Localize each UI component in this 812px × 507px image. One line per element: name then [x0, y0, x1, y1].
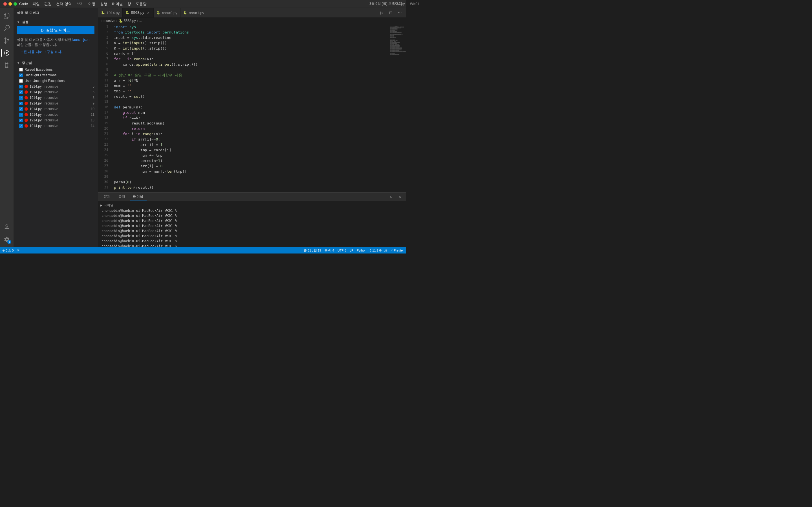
code-line-9[interactable]: [112, 67, 389, 72]
line-number-18: 18: [98, 115, 108, 121]
more-options-button[interactable]: ⋯: [87, 9, 94, 17]
code-line-20[interactable]: return: [112, 126, 389, 131]
status-sync[interactable]: ⟳: [17, 249, 19, 252]
code-line-23[interactable]: arr[i] = 1: [112, 142, 389, 147]
status-errors[interactable]: ⊘ 0 ⚠ 0: [2, 249, 13, 252]
activity-extensions[interactable]: [1, 60, 12, 71]
code-line-29[interactable]: [112, 174, 389, 179]
panel-close[interactable]: ×: [396, 193, 404, 201]
bp-file-checkbox[interactable]: [19, 124, 23, 128]
code-line-14[interactable]: result = set(): [112, 94, 389, 99]
code-line-3[interactable]: input = sys.stdin.readline: [112, 35, 389, 40]
code-area[interactable]: 1234567891011121314151617181920212223242…: [98, 24, 406, 192]
menu-edit[interactable]: 편집: [44, 1, 52, 6]
settings-badge: 1: [7, 240, 11, 244]
activity-explorer[interactable]: [1, 10, 12, 21]
close-button[interactable]: [3, 2, 7, 6]
code-line-24[interactable]: tmp = cards[i]: [112, 147, 389, 153]
bp-file-checkbox[interactable]: [19, 96, 23, 100]
code-line-22[interactable]: if arr[i]==0:: [112, 136, 389, 142]
menu-view[interactable]: 보기: [77, 1, 84, 6]
bp-user-uncaught-checkbox[interactable]: [19, 79, 23, 83]
minimize-button[interactable]: [8, 2, 12, 6]
code-line-27[interactable]: arr[i] = 0: [112, 163, 389, 169]
code-line-12[interactable]: num = '': [112, 83, 389, 89]
code-line-13[interactable]: tmp = '': [112, 89, 389, 94]
bp-uncaught-exceptions-checkbox[interactable]: [19, 73, 23, 77]
code-line-16[interactable]: def permu(n):: [112, 105, 389, 110]
tab-5568[interactable]: 🐍 5568.py ×: [123, 8, 153, 18]
code-line-25[interactable]: num += tmp: [112, 153, 389, 158]
run-code-button[interactable]: ▷: [378, 9, 386, 17]
breadcrumb-recursive[interactable]: recursive: [101, 19, 115, 23]
bp-file-checkbox[interactable]: [19, 107, 23, 111]
bp-file-checkbox[interactable]: [19, 113, 23, 117]
panel-chevron-up[interactable]: ∧: [387, 193, 395, 201]
code-line-19[interactable]: result.add(num): [112, 121, 389, 126]
auto-debug-link[interactable]: 모든 자동 디버그 구성 표시.: [17, 49, 66, 55]
code-line-7[interactable]: for _ in range(N):: [112, 56, 389, 62]
status-formatter[interactable]: ✓ Prettier: [391, 249, 404, 252]
code-content[interactable]: import sysfrom itertools import permutat…: [112, 24, 389, 192]
tab-1914[interactable]: 🐍 1914.py: [98, 8, 123, 18]
activity-source-control[interactable]: [1, 35, 12, 46]
status-eol[interactable]: LF: [350, 249, 353, 252]
status-language[interactable]: Python: [357, 249, 366, 252]
menu-run[interactable]: 실행: [100, 1, 107, 6]
bp-raised-exceptions-checkbox[interactable]: [19, 68, 23, 71]
bp-file-checkbox[interactable]: [19, 85, 23, 89]
code-line-21[interactable]: for i in range(N):: [112, 131, 389, 136]
breadcrumb-file[interactable]: 🐍 5568.py: [119, 19, 136, 23]
code-line-6[interactable]: cards = []: [112, 51, 389, 56]
panel-content[interactable]: ▶ 터미널 chohaebin@haebin-ui-MacBookAir WK0…: [98, 201, 406, 247]
tab-recur1[interactable]: 🐍 recur1.py: [181, 8, 207, 18]
bp-dot-icon: [24, 119, 28, 122]
status-version[interactable]: 3.11.2 64-bit: [370, 249, 387, 252]
code-line-18[interactable]: if n==K:: [112, 115, 389, 121]
code-line-30[interactable]: permu(0): [112, 179, 389, 185]
bp-file-checkbox[interactable]: [19, 102, 23, 105]
menu-file[interactable]: 파일: [33, 1, 40, 6]
code-line-8[interactable]: cards.append(str(input().strip())): [112, 62, 389, 67]
menu-terminal[interactable]: 터미널: [112, 1, 123, 6]
panel-tab-problems[interactable]: 문제: [100, 193, 114, 201]
code-line-26[interactable]: permu(n+1): [112, 158, 389, 163]
menu-selection[interactable]: 선택 영역: [56, 1, 72, 6]
activity-search[interactable]: [1, 22, 12, 34]
code-line-31[interactable]: print(len(result)): [112, 185, 389, 190]
run-debug-button[interactable]: ▷ 실행 및 디버그: [17, 26, 94, 34]
code-line-10[interactable]: # 정답 02 순열 구현 – 재귀함수 사용: [112, 72, 389, 78]
bp-file-checkbox[interactable]: [19, 119, 23, 122]
status-spaces[interactable]: 공백: 4: [324, 248, 334, 252]
menu-code[interactable]: Code: [19, 2, 28, 6]
breakpoints-header[interactable]: ▼ 중단점: [13, 59, 98, 67]
code-line-4[interactable]: N = int(input().strip()): [112, 40, 389, 46]
launch-json-link[interactable]: launch.json: [72, 38, 90, 42]
code-line-17[interactable]: global num: [112, 110, 389, 115]
bp-file-checkbox[interactable]: [19, 91, 23, 94]
activity-settings[interactable]: 1: [1, 234, 12, 245]
code-line-28[interactable]: num = num[:-len(tmp)]: [112, 169, 389, 174]
panel-tab-output[interactable]: 출력: [115, 193, 129, 201]
panel-tab-terminal[interactable]: 터미널: [130, 193, 147, 201]
tab-5568-close[interactable]: ×: [146, 10, 151, 15]
run-section-header[interactable]: ▼ 실행: [17, 20, 94, 26]
code-line-15[interactable]: [112, 99, 389, 105]
status-line-col[interactable]: 줄 31, 열 19: [304, 248, 321, 252]
code-line-2[interactable]: from itertools import permutations: [112, 30, 389, 35]
line-number-8: 8: [98, 62, 108, 67]
menu-help[interactable]: 도움말: [136, 1, 147, 6]
status-encoding[interactable]: UTF-8: [338, 249, 346, 252]
code-line-1[interactable]: import sys: [112, 24, 389, 30]
more-tab-actions[interactable]: ⋯: [396, 9, 404, 17]
maximize-button[interactable]: [13, 2, 17, 6]
menu-window[interactable]: 창: [128, 1, 131, 6]
tab-recur0[interactable]: 🐍 recur0.py: [154, 8, 181, 18]
menu-go[interactable]: 이동: [88, 1, 96, 6]
code-line-11[interactable]: arr = [0]*N: [112, 78, 389, 83]
breadcrumb-symbol[interactable]: ...: [139, 19, 142, 23]
activity-account[interactable]: [1, 221, 12, 233]
code-line-5[interactable]: K = int(input().strip()): [112, 46, 389, 51]
split-editor-button[interactable]: ⊡: [387, 9, 395, 17]
activity-run-debug[interactable]: [1, 47, 12, 59]
